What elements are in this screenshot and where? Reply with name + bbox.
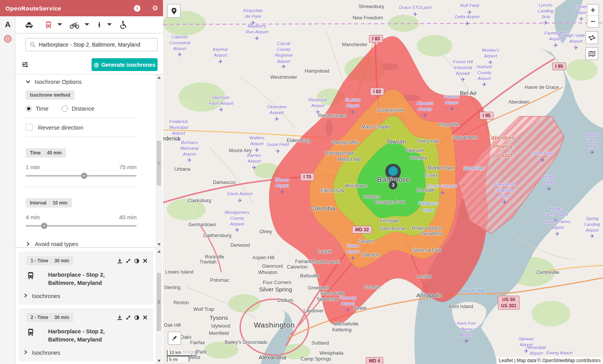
time-badge: Time40 min (26, 148, 66, 158)
bus-icon (26, 271, 35, 287)
interval-badge: Interval10 min (26, 198, 72, 208)
isochrone-toolbar: ◎ Generate isochrones (16, 57, 163, 75)
chevron-down-icon (26, 79, 31, 84)
bus-icon (26, 328, 35, 344)
profile-wheelchair[interactable] (119, 20, 128, 29)
generate-isochrones-button[interactable]: ◎ Generate isochrones (92, 58, 158, 71)
result-badge: 1 - Time30 min (26, 256, 73, 265)
results-scrollbar[interactable] (156, 248, 162, 364)
marker-count-badge[interactable]: 3 (389, 181, 397, 189)
interval-min-label: 4 min (26, 214, 40, 220)
result-card-2: 2 - Time30 minHarborplace - Stop 2, Balt… (19, 308, 153, 361)
download-icon[interactable] (117, 258, 122, 263)
zoom-out-button[interactable]: − (587, 16, 598, 27)
isochrones-toggle-label: Isochrones (32, 293, 60, 299)
profile-car[interactable] (24, 20, 34, 29)
scroll-down-arrow[interactable] (156, 242, 161, 247)
left-rail: A (0, 16, 16, 364)
isochrone-options-toggle[interactable]: Isochrone Options (26, 78, 137, 85)
download-icon[interactable] (117, 315, 122, 320)
scroll-down-arrow[interactable] (156, 358, 161, 364)
isochrone-method-badge: Isochrone method (26, 90, 75, 100)
result-card-1: 1 - Time30 minHarborplace - Stop 2, Balt… (19, 251, 153, 305)
interval-slider[interactable] (26, 223, 137, 229)
openrouteservice-app: OpenRouteService i ⚙ A (0, 0, 603, 364)
attribution: Leaflet | Map data © OpenStreetMap contr… (497, 357, 603, 364)
map-canvas[interactable]: BaltimoreWashingtonColumbiaTowsonAnnapol… (163, 0, 603, 364)
map-icon (588, 50, 596, 57)
profile-pedestrian[interactable] (96, 20, 102, 30)
toggle-visibility-icon[interactable] (134, 315, 139, 320)
app-header: OpenRouteService i ⚙ (0, 0, 163, 16)
profile-bus[interactable] (44, 20, 53, 29)
layers-button[interactable] (585, 47, 598, 60)
search-box (26, 38, 158, 51)
zoom-in-button[interactable]: + (587, 5, 598, 16)
scroll-up-arrow[interactable] (156, 249, 161, 254)
scale-km: 10 km (167, 350, 196, 356)
zoom-control: + − (587, 4, 599, 28)
draw-button[interactable] (168, 331, 181, 345)
profile-bike[interactable] (69, 20, 80, 29)
isochrone-button-icon: ◎ (94, 61, 99, 68)
app-title: OpenRouteService (5, 5, 61, 12)
options-scrollbar-thumb[interactable] (157, 141, 161, 185)
pencil-icon (171, 335, 178, 341)
profile-bar (16, 16, 163, 33)
chevron-right-icon (26, 241, 30, 246)
radio-distance[interactable] (62, 106, 68, 112)
search-icon (30, 42, 36, 48)
results-list: 1 - Time30 minHarborplace - Stop 2, Balt… (16, 248, 163, 364)
result-title: Harborplace - Stop 2, Baltimore, Marylan… (48, 271, 133, 287)
profile-pedestrian-dropdown-caret[interactable] (107, 23, 112, 26)
search-input[interactable] (39, 42, 149, 48)
info-icon[interactable]: i (134, 5, 140, 12)
gear-icon[interactable]: ⚙ (152, 5, 158, 12)
isochrones-toggle[interactable]: Isochrones (23, 293, 147, 299)
scale-control: 10 km 5 mi (167, 350, 196, 362)
scale-mi: 5 mi (167, 356, 189, 362)
profile-bus-dropdown-caret[interactable] (57, 23, 62, 26)
isochrones-toggle[interactable]: Isochrones (23, 349, 147, 356)
expand-icon[interactable] (126, 315, 131, 320)
time-min-label: 1 min (26, 164, 40, 170)
isochrones-tab-icon[interactable] (3, 34, 12, 45)
remove-icon[interactable] (143, 258, 147, 263)
options-scrollbar[interactable] (156, 75, 162, 248)
directions-tab-icon[interactable]: A (0, 20, 16, 29)
time-slider[interactable] (26, 173, 137, 179)
result-badge: 2 - Time30 min (26, 313, 73, 322)
remove-icon[interactable] (143, 315, 147, 320)
polygon-icon (588, 35, 596, 41)
chevron-right-icon (23, 293, 28, 299)
time-slider-handle[interactable] (81, 173, 87, 179)
scroll-up-arrow[interactable] (156, 75, 161, 80)
control-panel: ◎ Generate isochrones Isochrone Options … (16, 16, 163, 364)
interval-slider-handle[interactable] (41, 223, 47, 229)
fit-bounds-button[interactable] (585, 31, 598, 44)
map-base-layers (163, 0, 603, 364)
isochrones-toggle-label: Isochrones (32, 349, 60, 356)
sidebar: OpenRouteService i ⚙ A (0, 0, 163, 364)
add-marker-button[interactable] (167, 4, 181, 18)
reverse-direction-checkbox[interactable] (26, 124, 33, 131)
filters-icon[interactable] (22, 61, 28, 69)
results-scrollbar-thumb[interactable] (157, 273, 161, 331)
chevron-right-icon (23, 349, 28, 356)
result-title: Harborplace - Stop 2, Baltimore, Marylan… (48, 328, 133, 344)
section-avoid-road-types[interactable]: Avoid road types (26, 241, 137, 247)
map-pin-icon (170, 7, 178, 15)
expand-icon[interactable] (126, 258, 131, 263)
profile-bike-dropdown-caret[interactable] (85, 23, 89, 26)
time-max-label: 75 min (119, 164, 137, 170)
interval-max-label: 40 min (119, 214, 137, 220)
isochrone-options-panel: Isochrone Options Isochrone method Time … (16, 74, 163, 248)
radio-time[interactable] (26, 106, 32, 112)
toggle-visibility-icon[interactable] (134, 258, 139, 263)
